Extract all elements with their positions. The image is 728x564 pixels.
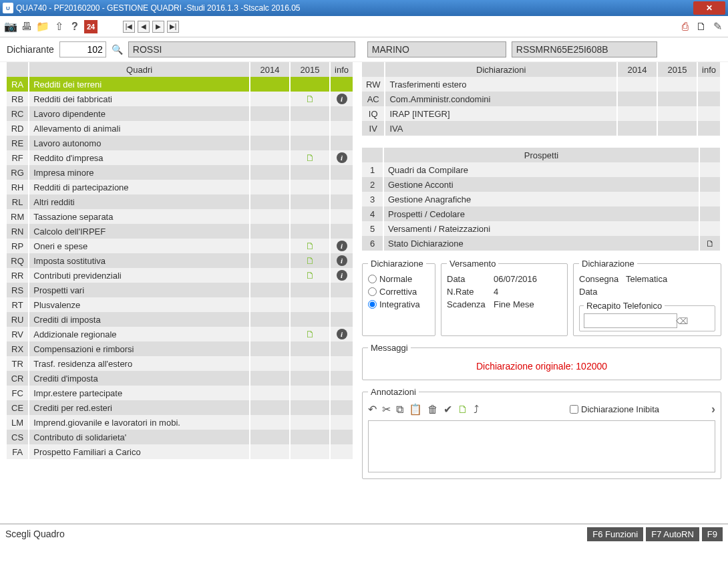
quadro-info-cell[interactable] [330,77,353,92]
radio-normale[interactable]: Normale [368,273,429,285]
quadro-2015-cell[interactable] [290,341,330,356]
clear-input-icon[interactable]: ⌫ [676,316,688,326]
prospetti-row[interactable]: 1Quadri da Compilare [362,162,721,177]
export-icon[interactable]: ⤴ [474,404,479,416]
quadro-info-cell[interactable] [330,371,353,386]
quadro-info-cell[interactable] [330,430,353,444]
f9-button[interactable]: F9 [702,527,723,541]
check-icon[interactable]: ✔ [443,403,452,416]
quadri-row[interactable]: CECrediti per red.esteri [7,400,353,415]
quadro-info-cell[interactable]: i [330,92,353,106]
quadro-2014-cell[interactable] [250,430,290,444]
quadro-2014-cell[interactable] [250,400,290,415]
quadro-2014-cell[interactable] [250,341,290,356]
recapito-input[interactable] [584,313,677,328]
new-doc-icon[interactable]: 🗋 [458,404,468,416]
quadro-2015-cell[interactable] [290,106,330,121]
quadro-2015-cell[interactable] [290,209,330,224]
quadro-2014-cell[interactable] [250,194,290,209]
quadro-info-cell[interactable]: i [330,327,353,341]
quadro-info-cell[interactable] [330,400,353,415]
radio-integrativa[interactable]: Integrativa [368,298,429,311]
quadro-2015-cell[interactable]: 🗋 [290,268,330,283]
prospetti-row[interactable]: 3Gestione Anagrafiche [362,192,721,206]
quadro-2014-cell[interactable] [250,283,290,297]
quadro-2014-cell[interactable] [250,444,290,459]
radio-correttiva[interactable]: Correttiva [368,285,429,298]
quadro-2015-cell[interactable]: 🗋 [290,150,330,165]
quadro-2014-cell[interactable] [250,312,290,327]
quadri-row[interactable]: RVAddizionale regionale🗋i [7,327,353,341]
alert-badge[interactable]: 24 [84,20,98,33]
document-icon[interactable]: 🗋 [695,20,708,33]
quadri-row[interactable]: RQImposta sostitutiva🗋i [7,253,353,268]
quadro-info-cell[interactable]: i [330,268,353,283]
quadri-row[interactable]: RLAltri redditi [7,194,353,209]
quadro-info-cell[interactable] [330,444,353,459]
quadro-2014-cell[interactable] [250,165,290,180]
quadro-2015-cell[interactable]: 🗋 [290,327,330,341]
quadro-info-cell[interactable]: i [330,253,353,268]
quadro-2014-cell[interactable] [250,253,290,268]
f7-button[interactable]: F7 AutoRN [646,527,699,541]
quadro-2014-cell[interactable] [250,297,290,312]
pdf-icon[interactable]: ⎙ [679,20,692,33]
quadro-2015-cell[interactable] [290,444,330,459]
dichiarazioni-row[interactable]: RWTrasferimenti estero [362,77,721,92]
nav-next-button[interactable]: ▶ [152,21,164,33]
quadri-row[interactable]: RELavoro autonomo [7,136,353,150]
prospetti-row[interactable]: 4Prospetti / Cedolare [362,206,721,221]
quadro-info-cell[interactable] [330,415,353,430]
quadro-info-cell[interactable] [330,356,353,371]
quadri-row[interactable]: LMImprend.giovanile e lavoratori in mobi… [7,415,353,430]
quadro-2014-cell[interactable] [250,356,290,371]
cut-icon[interactable]: ✂ [382,403,391,416]
quadri-row[interactable]: RGImpresa minore [7,165,353,180]
dichiarante-code-input[interactable] [59,41,106,57]
quadri-row[interactable]: RNCalcolo dell'IRPEF [7,224,353,239]
quadro-2015-cell[interactable]: 🗋 [290,253,330,268]
quadro-2014-cell[interactable] [250,121,290,136]
quadro-2015-cell[interactable] [290,430,330,444]
quadro-2014-cell[interactable] [250,77,290,92]
quadro-info-cell[interactable] [330,106,353,121]
quadro-2015-cell[interactable] [290,297,330,312]
quadri-row[interactable]: RDAllevamento di animali [7,121,353,136]
quadri-row[interactable]: RUCrediti di imposta [7,312,353,327]
quadri-row[interactable]: TRTrasf. residenza all'estero [7,356,353,371]
quadro-2015-cell[interactable]: 🗋 [290,92,330,106]
quadro-2015-cell[interactable] [290,165,330,180]
quadro-2014-cell[interactable] [250,92,290,106]
fiscal-code-field[interactable]: RSSMRN65E25I608B [512,41,657,57]
surname-field[interactable]: ROSSI [128,41,355,57]
quadro-2015-cell[interactable] [290,283,330,297]
dichiarazioni-header-2015[interactable]: 2015 [657,62,697,77]
print-icon[interactable]: 🖶 [20,20,33,33]
quadro-2014-cell[interactable] [250,106,290,121]
quadro-2014-cell[interactable] [250,180,290,194]
quadro-2014-cell[interactable] [250,209,290,224]
quadro-2015-cell[interactable] [290,371,330,386]
quadro-2015-cell[interactable] [290,400,330,415]
quadro-2015-cell[interactable] [290,224,330,239]
quadri-row[interactable]: RXCompensazioni e rimborsi [7,341,353,356]
quadro-2014-cell[interactable] [250,150,290,165]
nav-prev-button[interactable]: ◀ [138,21,150,33]
quadri-row[interactable]: RMTassazione separata [7,209,353,224]
dichiarazioni-header-2014[interactable]: 2014 [617,62,657,77]
quadro-2014-cell[interactable] [250,224,290,239]
dichiarazioni-row[interactable]: IVIVA [362,121,721,136]
quadri-row[interactable]: RPOneri e spese🗋i [7,239,353,253]
inibita-checkbox[interactable]: Dichiarazione Inibita [570,404,659,414]
quadro-info-cell[interactable] [330,209,353,224]
delete-icon[interactable]: 🗑 [427,404,438,416]
quadro-2015-cell[interactable] [290,386,330,400]
quadri-row[interactable]: RSProspetti vari [7,283,353,297]
quadro-2014-cell[interactable] [250,136,290,150]
quadro-info-cell[interactable] [330,283,353,297]
quadro-2014-cell[interactable] [250,415,290,430]
nav-last-button[interactable]: ▶| [167,21,179,33]
quadri-row[interactable]: FCImpr.estere partecipate [7,386,353,400]
quadro-info-cell[interactable] [330,312,353,327]
quadro-info-cell[interactable] [330,136,353,150]
